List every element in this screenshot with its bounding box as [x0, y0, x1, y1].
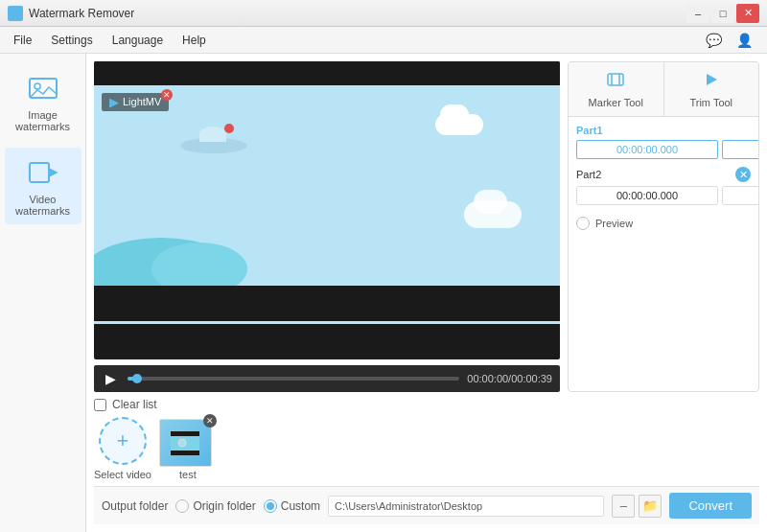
thumb-image: [159, 419, 212, 467]
output-path-input[interactable]: [328, 496, 604, 517]
user-icon-button[interactable]: 👤: [732, 29, 755, 52]
part1-label: Part1: [576, 125, 751, 136]
select-video-icon: +: [99, 417, 147, 465]
watermark-overlay: ▶ LightMV ✕: [102, 93, 169, 111]
video-and-tools: ▶ LightMV ✕ ▶: [94, 61, 759, 392]
output-folder-label: Output folder: [102, 499, 168, 513]
radio-origin-folder[interactable]: Origin folder: [175, 499, 255, 513]
minimize-button[interactable]: –: [686, 4, 709, 23]
video-watermarks-icon: [26, 155, 60, 190]
video-section: ▶ LightMV ✕ ▶: [94, 61, 560, 392]
title-bar-left: Watermark Remover: [8, 6, 134, 21]
files-row: + Select video ✕ test: [94, 417, 759, 480]
part2-time-inputs: [576, 186, 751, 205]
part2-remove-button[interactable]: ✕: [735, 167, 751, 182]
image-watermarks-icon: [26, 71, 60, 105]
convert-button[interactable]: Convert: [669, 493, 752, 519]
trim-tool-icon: [702, 70, 721, 93]
sidebar: Image watermarks Video watermarks: [0, 54, 86, 532]
path-folder-button[interactable]: 📁: [639, 495, 662, 518]
clear-list-row: Clear list: [94, 398, 759, 411]
menu-right-icons: 💬 👤: [702, 29, 763, 52]
select-video-label: Select video: [94, 469, 151, 480]
video-player: ▶ LightMV ✕: [94, 61, 560, 359]
origin-folder-radio[interactable]: [175, 499, 189, 513]
svg-marker-7: [707, 74, 717, 85]
svg-marker-3: [49, 169, 57, 176]
marker-tool-icon: [606, 70, 625, 93]
part1-time-inputs: [576, 140, 751, 159]
svg-rect-2: [30, 163, 49, 182]
time-display: 00:00:00/00:00:39: [467, 373, 552, 384]
radio-custom[interactable]: Custom: [264, 499, 320, 513]
tab-marker-tool[interactable]: Marker Tool: [569, 62, 664, 116]
menu-help[interactable]: Help: [173, 30, 216, 51]
app-icon: [8, 6, 23, 21]
path-actions: – 📁: [612, 495, 662, 518]
menu-bar: File Settings Language Help 💬 👤: [0, 27, 767, 54]
svg-rect-4: [608, 74, 623, 85]
main-content: Image watermarks Video watermarks: [0, 54, 767, 532]
video-watermarks-label: Video watermarks: [11, 194, 76, 217]
sidebar-item-image-watermarks[interactable]: Image watermarks: [5, 63, 81, 140]
title-bar: Watermark Remover – □ ✕: [0, 0, 767, 27]
svg-point-11: [178, 439, 186, 447]
svg-point-1: [35, 83, 40, 89]
output-row: Output folder Origin folder Custom – 📁 C…: [94, 486, 759, 524]
play-button[interactable]: ▶: [102, 371, 120, 386]
menu-items: File Settings Language Help: [4, 30, 216, 51]
chat-icon-button[interactable]: 💬: [702, 29, 725, 52]
part1-start-input[interactable]: [576, 140, 718, 159]
watermark-text: LightMV: [123, 96, 161, 107]
preview-checkbox[interactable]: [576, 217, 590, 230]
trim-tool-label: Trim Tool: [689, 97, 732, 108]
custom-radio[interactable]: [264, 499, 277, 513]
maximize-button[interactable]: □: [711, 4, 734, 23]
progress-bar[interactable]: [128, 377, 459, 381]
menu-language[interactable]: Language: [103, 30, 173, 51]
part2-header: Part2 ✕: [576, 167, 751, 182]
bottom-area: Clear list + Select video ✕: [94, 398, 759, 480]
preview-label: Preview: [595, 218, 633, 229]
thumb-name: test: [159, 469, 217, 480]
clear-list-label: Clear list: [112, 398, 157, 411]
tools-panel: Marker Tool Trim Tool Part1: [568, 61, 759, 392]
select-video-button[interactable]: + Select video: [94, 417, 151, 480]
svg-rect-10: [171, 451, 199, 455]
sidebar-item-video-watermarks[interactable]: Video watermarks: [5, 148, 81, 224]
video-thumbnail: ✕ test: [159, 419, 217, 480]
preview-section: Preview: [576, 217, 751, 230]
origin-folder-label: Origin folder: [193, 499, 255, 513]
clear-list-checkbox[interactable]: [94, 399, 106, 411]
part2-end-input[interactable]: [722, 186, 759, 205]
tools-content: Part1 Part2 ✕: [569, 117, 758, 391]
custom-label: Custom: [281, 499, 320, 513]
title-bar-text: Watermark Remover: [29, 7, 134, 20]
image-watermarks-label: Image watermarks: [11, 109, 76, 132]
part2-start-input[interactable]: [576, 186, 718, 205]
marker-tool-label: Marker Tool: [589, 97, 643, 108]
close-button[interactable]: ✕: [736, 4, 759, 23]
svg-rect-0: [30, 79, 57, 98]
progress-handle[interactable]: [132, 374, 142, 383]
svg-rect-9: [171, 431, 199, 436]
window-controls: – □ ✕: [686, 4, 759, 23]
path-minus-button[interactable]: –: [612, 495, 635, 518]
tools-tabs: Marker Tool Trim Tool: [569, 62, 758, 117]
menu-settings[interactable]: Settings: [41, 30, 102, 51]
thumb-remove-button[interactable]: ✕: [203, 414, 217, 428]
menu-file[interactable]: File: [4, 30, 41, 51]
video-controls: ▶ 00:00:00/00:00:39: [94, 365, 560, 392]
part1-end-input[interactable]: [722, 140, 759, 159]
content-area: ▶ LightMV ✕ ▶: [86, 54, 767, 532]
part2-label: Part2: [576, 169, 601, 180]
tab-trim-tool[interactable]: Trim Tool: [664, 62, 759, 116]
